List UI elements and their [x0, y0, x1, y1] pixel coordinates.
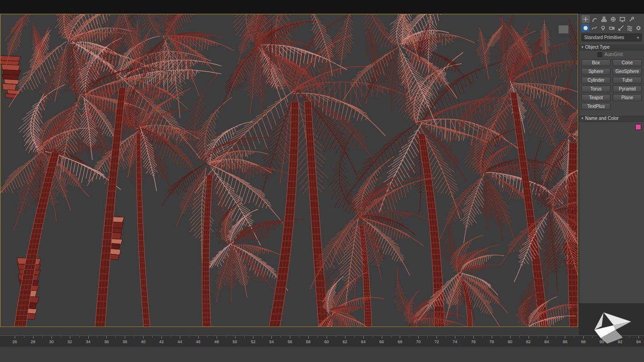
timeline-minor-tick — [42, 336, 43, 338]
display-icon — [619, 16, 626, 23]
timeline-frame-label: 52 — [251, 339, 255, 344]
object-type-button-cylinder[interactable]: Cylinder — [581, 77, 610, 84]
timeline-tick — [143, 336, 144, 339]
timeline-frame-label: 56 — [288, 339, 292, 344]
object-type-button-cone[interactable]: Cone — [613, 59, 642, 66]
timeline-tick — [235, 336, 236, 339]
geometry-sphere-icon — [582, 25, 589, 31]
timeline-minor-tick — [115, 336, 116, 338]
timeline-minor-tick — [61, 336, 61, 338]
timeline-frame-label: 34 — [86, 339, 91, 344]
cameras-icon — [609, 25, 615, 31]
category-shapes[interactable] — [590, 24, 598, 32]
lights-bulb-icon — [600, 25, 606, 31]
timeline-frame-label: 88 — [581, 339, 586, 344]
category-systems[interactable] — [635, 24, 643, 32]
category-helpers[interactable] — [617, 24, 625, 32]
autogrid-checkbox[interactable] — [598, 52, 602, 57]
timeline-tick — [583, 336, 584, 339]
timeline-minor-tick — [501, 336, 501, 338]
track-bar[interactable] — [0, 327, 579, 335]
object-type-button-sphere[interactable]: Sphere — [581, 68, 610, 75]
timeline-frame-label: 70 — [416, 339, 420, 344]
timeline-minor-tick — [97, 336, 98, 338]
command-panel-tabs — [579, 14, 644, 23]
timeline-minor-tick — [464, 336, 465, 338]
object-type-button-plane[interactable]: Plane — [613, 94, 642, 101]
create-category-row — [579, 23, 644, 32]
status-bar: X: 195413.82 Y: 162687.66 Z: 0.0mm Grid … — [0, 346, 644, 362]
timeline-minor-tick — [244, 336, 245, 338]
tab-motion[interactable] — [609, 15, 617, 23]
timeline-frame-label: 66 — [380, 339, 384, 344]
timeline-frame-label: 68 — [397, 339, 402, 344]
timeline-tick — [15, 336, 15, 339]
timeline-minor-tick — [189, 336, 190, 338]
name-and-color-row — [579, 122, 644, 133]
modify-icon — [592, 16, 598, 23]
timeline-minor-tick — [483, 336, 483, 338]
tab-hierarchy[interactable] — [600, 15, 608, 23]
object-type-button-textplus[interactable]: TextPlus — [581, 103, 610, 110]
timeline-tick — [290, 336, 290, 339]
timeline-frame-label: 30 — [49, 339, 54, 344]
timeline-tick — [198, 336, 199, 339]
timeline-frame-label: 42 — [159, 339, 164, 344]
timeline-tick — [382, 336, 382, 339]
timeline-frame-label: 86 — [563, 339, 567, 344]
timeline-frame-label: 26 — [12, 339, 17, 344]
tab-modify[interactable] — [591, 15, 599, 23]
tab-create[interactable] — [581, 15, 590, 23]
object-color-swatch[interactable] — [635, 124, 641, 130]
category-spacewarps[interactable] — [626, 24, 633, 32]
3ds-max-window: Standard Primitives ▾ ▾ Object Type Auto… — [0, 0, 644, 362]
timeline-frame-label: 60 — [324, 339, 329, 344]
timeline-tick — [125, 336, 125, 339]
timeline-minor-tick — [207, 336, 208, 338]
rollout-object-type[interactable]: ▾ Object Type — [579, 44, 644, 51]
timeline-tick — [70, 336, 70, 339]
3ds-max-logo — [591, 309, 633, 345]
timeline-tick — [547, 336, 547, 339]
utilities-icon — [628, 16, 635, 23]
timeline-frame-label: 54 — [269, 339, 274, 344]
category-cameras[interactable] — [608, 24, 616, 32]
category-geometry[interactable] — [581, 24, 589, 32]
timeline-minor-tick — [336, 336, 336, 338]
object-type-button-geosphere[interactable]: GeoSphere — [613, 68, 642, 75]
timeline-tick — [510, 336, 511, 339]
timeline-tick — [161, 336, 162, 339]
object-type-button-tube[interactable]: Tube — [613, 77, 642, 84]
viewport[interactable] — [0, 14, 578, 327]
timeline-tick — [437, 336, 437, 339]
timeline-frame-label: 46 — [196, 339, 201, 344]
rollout-name-and-color[interactable]: ▾ Name and Color — [579, 115, 644, 122]
timeline-tick — [308, 336, 309, 339]
timeline-tick — [253, 336, 253, 339]
tab-utilities[interactable] — [627, 15, 636, 23]
object-type-button-box[interactable]: Box — [581, 59, 610, 66]
viewport-canvas[interactable] — [0, 14, 578, 327]
object-type-button-torus[interactable]: Torus — [581, 85, 610, 92]
timeline-frame-label: 72 — [434, 339, 439, 344]
timeline-frame-label: 62 — [343, 339, 347, 344]
motion-icon — [610, 16, 616, 23]
hierarchy-icon — [601, 16, 607, 23]
timeline-tick — [638, 336, 639, 339]
timeline-tick — [363, 336, 364, 339]
autogrid-label: AutoGrid — [604, 52, 622, 57]
timeline-tick — [400, 336, 400, 339]
autogrid-row: AutoGrid — [579, 51, 644, 58]
primitives-dropdown[interactable]: Standard Primitives ▾ — [581, 34, 642, 41]
object-type-button-teapot[interactable]: Teapot — [581, 94, 610, 101]
timeline-tick — [180, 336, 180, 339]
timeline-minor-tick — [538, 336, 538, 338]
object-type-button-pyramid[interactable]: Pyramid — [613, 85, 642, 92]
timeline-ruler[interactable]: 2628303234363840424446485052545658606264… — [0, 335, 644, 346]
rollout-open-icon: ▾ — [581, 116, 583, 120]
viewcube[interactable] — [558, 25, 569, 34]
tab-display[interactable] — [618, 15, 627, 23]
category-lights[interactable] — [599, 24, 607, 32]
timeline-tick — [88, 336, 89, 339]
timeline-tick — [327, 336, 327, 339]
